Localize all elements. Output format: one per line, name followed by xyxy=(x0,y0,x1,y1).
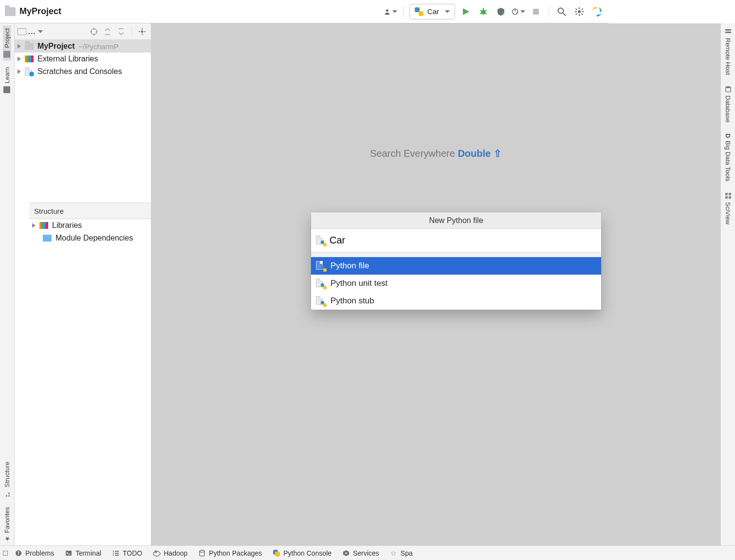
tree-label: External Libraries xyxy=(37,55,98,63)
search-hint: Search Everywhere Double ⇧ xyxy=(370,148,501,159)
svg-point-12 xyxy=(558,8,564,13)
project-toolbar: ... xyxy=(15,23,163,40)
dialog-title: New Python file xyxy=(311,212,601,229)
folder-icon xyxy=(5,7,16,16)
option-python-file[interactable]: Python file xyxy=(311,257,601,275)
python-file-icon xyxy=(316,261,326,271)
editor-area: Search Everywhere Double ⇧ Drop files he… xyxy=(151,23,608,467)
option-python-stub[interactable]: Python stub xyxy=(311,292,601,310)
svg-rect-41 xyxy=(139,31,140,32)
tree-label: MyProject xyxy=(37,42,74,51)
separator xyxy=(549,6,549,18)
folder-icon xyxy=(25,43,34,50)
folder-icon xyxy=(4,51,11,57)
coverage-icon xyxy=(496,7,506,17)
tab-learn[interactable]: Learn xyxy=(3,64,11,96)
svg-point-2 xyxy=(481,10,486,15)
tree-label: Scratches and Consoles xyxy=(37,67,122,76)
disclosure-icon[interactable] xyxy=(18,56,21,61)
scope-selector[interactable]: ... xyxy=(28,27,36,36)
svg-rect-11 xyxy=(533,9,539,15)
option-python-unit-test[interactable]: Python unit test xyxy=(311,275,601,292)
navbar: MyProject Car xyxy=(0,0,608,23)
separator xyxy=(403,6,404,18)
svg-rect-15 xyxy=(579,7,580,9)
svg-rect-19 xyxy=(575,8,577,10)
project-name: MyProject xyxy=(19,6,61,17)
svg-line-4 xyxy=(480,10,481,11)
search-icon xyxy=(557,7,567,17)
svg-rect-17 xyxy=(575,11,577,12)
collapse-all-button[interactable] xyxy=(117,27,126,36)
option-label: Python unit test xyxy=(331,279,387,288)
run-button[interactable] xyxy=(459,5,473,19)
shortcut-text: Double ⇧ xyxy=(458,148,501,159)
expand-all-button[interactable] xyxy=(103,27,112,36)
libraries-icon xyxy=(39,222,48,229)
settings-button[interactable] xyxy=(572,5,586,19)
panel-settings-button[interactable] xyxy=(138,27,147,36)
run-config-selector[interactable]: Car xyxy=(409,4,455,19)
svg-point-0 xyxy=(386,9,388,12)
svg-marker-1 xyxy=(463,8,469,15)
python-icon xyxy=(415,7,423,16)
collapse-icon xyxy=(117,28,125,36)
svg-line-13 xyxy=(563,13,566,16)
option-label: Python stub xyxy=(331,296,374,306)
expand-icon xyxy=(104,28,111,36)
tree-root[interactable]: MyProject ~/PycharmP xyxy=(15,40,163,53)
tree-path: ~/PycharmP xyxy=(78,42,118,51)
debug-button[interactable] xyxy=(477,5,490,19)
new-python-file-dialog: New Python file Python file Python unit … xyxy=(311,212,601,310)
project-panel: ... MyProject ~/Py xyxy=(15,23,163,467)
scope-icon xyxy=(18,28,26,35)
python-file-icon xyxy=(316,279,326,288)
book-icon xyxy=(4,87,11,93)
profile-button[interactable] xyxy=(512,5,525,19)
tree-label: Module Dependencies xyxy=(55,234,133,243)
select-opened-file-button[interactable] xyxy=(90,27,98,36)
coverage-button[interactable] xyxy=(494,5,508,19)
bug-icon xyxy=(478,7,488,17)
filename-input[interactable] xyxy=(330,235,596,246)
person-icon xyxy=(384,7,391,17)
svg-rect-22 xyxy=(575,13,577,15)
disclosure-icon[interactable] xyxy=(32,223,36,228)
libraries-icon xyxy=(25,56,34,62)
tab-project[interactable]: Project xyxy=(3,25,11,60)
left-tool-strip: Project Learn Structure ★ Favorites xyxy=(0,23,15,467)
filename-row xyxy=(311,229,601,252)
jetbrains-toolbox-button[interactable] xyxy=(590,5,604,19)
svg-line-5 xyxy=(485,10,487,11)
svg-line-6 xyxy=(480,13,481,14)
breadcrumb[interactable]: MyProject xyxy=(5,6,61,17)
search-everywhere-button[interactable] xyxy=(555,5,569,19)
tab-label: Project xyxy=(3,28,11,48)
gear-icon xyxy=(574,7,584,17)
python-file-icon xyxy=(316,236,326,245)
tab-structure[interactable]: Structure xyxy=(3,459,11,467)
panel-title: Structure xyxy=(34,207,64,215)
svg-point-38 xyxy=(141,30,144,33)
stop-button[interactable] xyxy=(529,5,543,19)
disclosure-icon[interactable] xyxy=(18,44,21,49)
tab-label: Structure xyxy=(3,462,11,467)
scratches-icon xyxy=(25,67,34,76)
separator xyxy=(131,27,132,37)
gear-icon xyxy=(138,28,146,36)
project-tree: MyProject ~/PycharmP External Libraries … xyxy=(15,40,163,78)
tree-scratches[interactable]: Scratches and Consoles xyxy=(15,65,163,78)
chevron-down-icon xyxy=(38,30,43,33)
svg-rect-40 xyxy=(142,34,143,35)
vcs-user-dropdown[interactable] xyxy=(384,5,397,19)
run-config-label: Car xyxy=(427,7,439,16)
module-icon xyxy=(43,235,52,242)
separator xyxy=(311,252,601,257)
svg-point-14 xyxy=(578,10,581,13)
svg-line-7 xyxy=(485,13,487,14)
disclosure-icon[interactable] xyxy=(18,69,21,74)
tree-external-libraries[interactable]: External Libraries xyxy=(15,53,163,65)
target-icon xyxy=(90,27,98,36)
play-icon xyxy=(461,7,470,16)
chevron-down-icon xyxy=(520,10,525,13)
